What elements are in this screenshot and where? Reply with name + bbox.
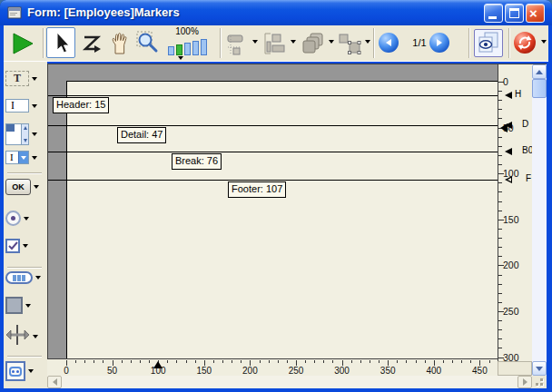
close-button[interactable]: ×	[526, 4, 545, 23]
ruler-tick	[167, 360, 168, 363]
previous-page-button[interactable]	[379, 33, 399, 53]
magnifier-icon	[136, 31, 160, 54]
maximize-button[interactable]	[505, 4, 524, 23]
zoom-tool-button[interactable]	[134, 29, 162, 56]
splitter-dropdown-arrow[interactable]	[33, 335, 38, 338]
zoom-bar-800[interactable]	[201, 39, 207, 55]
form-page[interactable]	[66, 81, 498, 358]
button-grid-tool[interactable]	[5, 271, 45, 284]
scroll-down-button[interactable]	[532, 361, 547, 376]
ruler-tick	[498, 137, 502, 138]
zoom-current-marker	[178, 56, 183, 60]
horizontal-scrollbar[interactable]	[47, 376, 532, 388]
vertical-scroll-thumb[interactable]	[532, 79, 547, 98]
rectangle-tool[interactable]	[5, 297, 45, 314]
form-canvas[interactable]: Header: 15Detail: 47Break: 76Footer: 107	[47, 64, 498, 358]
break-marker-line[interactable]	[48, 152, 498, 152]
ruler-tick	[241, 360, 242, 363]
resize-tool-button[interactable]	[336, 31, 363, 55]
resize-dropdown-arrow[interactable]	[365, 40, 370, 44]
header-marker-tag: H	[515, 89, 521, 100]
detail-marker-tag: D	[522, 119, 528, 130]
minimize-button[interactable]	[484, 4, 503, 23]
listbox-dropdown-arrow[interactable]	[32, 132, 37, 136]
text-tool-dropdown-arrow[interactable]	[32, 77, 37, 81]
zoom-bars-icon[interactable]	[168, 37, 207, 55]
break-marker-handle[interactable]	[505, 148, 512, 155]
distribute-tool-button[interactable]	[261, 31, 289, 55]
footer-marker-line[interactable]	[48, 180, 498, 181]
header-marker-line[interactable]	[48, 95, 498, 96]
hand-tool-button[interactable]	[106, 29, 133, 56]
ruler-tick	[176, 360, 177, 363]
detail-marker-line[interactable]	[48, 125, 498, 126]
scroll-left-button[interactable]	[47, 376, 62, 388]
next-page-button[interactable]	[429, 33, 449, 53]
header-marker-handle[interactable]	[505, 92, 512, 99]
checkbox-tool[interactable]	[5, 239, 45, 253]
execute-form-button[interactable]	[7, 28, 38, 59]
vertical-scrollbar[interactable]	[532, 64, 547, 377]
ruler-tick	[332, 360, 333, 363]
input-field-dropdown-arrow[interactable]	[32, 104, 37, 108]
resize-icon	[337, 32, 362, 55]
zoom-bar-100[interactable]	[176, 44, 182, 55]
ruler-tick	[149, 360, 150, 363]
text-tool[interactable]: T	[5, 71, 45, 86]
zoom-level-widget[interactable]: 100%	[165, 26, 216, 61]
splitter-tool[interactable]	[5, 324, 45, 349]
ruler-tick	[186, 360, 187, 363]
insert-fields-dropdown-arrow[interactable]	[541, 40, 547, 44]
titlebar[interactable]: Form: [Employees]Markers ×	[0, 0, 552, 25]
listbox-tool[interactable]	[5, 123, 45, 145]
ruler-tick	[498, 182, 502, 183]
radio-button-dropdown-arrow[interactable]	[24, 217, 29, 220]
combobox-tool[interactable]: I	[5, 151, 45, 164]
combobox-dropdown-arrow[interactable]	[32, 156, 37, 160]
toolbar-separator	[508, 28, 510, 58]
palette-separator	[7, 267, 42, 269]
plugin-area-dropdown-arrow[interactable]	[28, 369, 34, 373]
tool-palette: T I I OK	[4, 62, 47, 388]
align-tool-button[interactable]	[225, 31, 251, 55]
zoom-bar-400[interactable]	[192, 41, 199, 55]
rectangle-dropdown-arrow[interactable]	[25, 304, 31, 308]
distribute-dropdown-arrow[interactable]	[291, 40, 296, 44]
footer-marker-handle-inner	[508, 178, 511, 181]
zoom-bar-200[interactable]	[184, 43, 191, 55]
duplicate-tool-button[interactable]	[300, 31, 327, 55]
footer-marker-label[interactable]: Footer: 107	[228, 181, 286, 198]
ruler-tick	[498, 229, 502, 230]
ruler-tick	[140, 360, 141, 363]
ruler-tick	[498, 201, 502, 202]
zoom-bar-50[interactable]	[168, 46, 174, 55]
header-marker-label[interactable]: Header: 15	[53, 97, 109, 113]
break-marker-tag: B0	[522, 145, 532, 156]
detail-marker-handle[interactable]	[505, 122, 512, 129]
window-resize-grip[interactable]	[532, 376, 547, 388]
button-tool-dropdown-arrow[interactable]	[34, 185, 39, 189]
button-grid-dropdown-arrow[interactable]	[35, 276, 41, 279]
form-window-icon	[7, 5, 22, 24]
align-dropdown-arrow[interactable]	[252, 40, 258, 44]
duplicate-dropdown-arrow[interactable]	[329, 40, 334, 44]
scroll-up-button[interactable]	[532, 64, 547, 79]
rectangle-icon	[5, 297, 23, 314]
radio-button-tool[interactable]	[5, 211, 45, 226]
insert-fields-button[interactable]	[514, 32, 536, 54]
detail-marker-label[interactable]: Detail: 47	[117, 127, 166, 143]
display-preview-button[interactable]	[474, 29, 503, 57]
ruler-tick	[103, 360, 104, 363]
entry-order-tool-button[interactable]	[79, 29, 104, 56]
checkbox-dropdown-arrow[interactable]	[23, 244, 28, 248]
break-marker-label[interactable]: Break: 76	[172, 153, 222, 170]
button-tool[interactable]: OK	[5, 179, 45, 195]
cursor-arrow-icon	[51, 31, 71, 54]
ruler-tick	[222, 360, 223, 363]
select-tool-button[interactable]	[46, 27, 75, 58]
toolbar: 100% 1/1	[4, 25, 548, 62]
scroll-right-button[interactable]	[518, 376, 532, 388]
input-field-tool[interactable]: I	[5, 99, 45, 113]
zoom-level-label: 100%	[169, 26, 205, 36]
plugin-area-tool[interactable]	[5, 361, 45, 381]
